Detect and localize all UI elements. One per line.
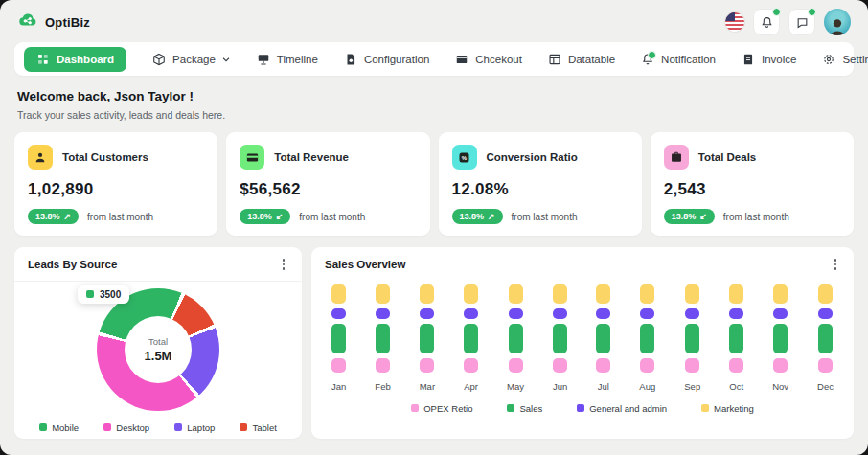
welcome-section: Welcome back, Json Taylor ! Track your s… — [17, 89, 851, 121]
bar-segment-marketing — [464, 284, 478, 304]
stat-card-total-revenue: Total Revenue$56,56213.8%↙from last mont… — [226, 132, 429, 236]
legend-label: Tablet — [252, 422, 276, 433]
legend-swatch — [240, 423, 247, 431]
legend-swatch — [39, 423, 47, 431]
nav-item-invoice[interactable]: Invoice — [742, 53, 796, 66]
legend-label: Desktop — [116, 422, 149, 433]
notification-dot — [772, 8, 781, 16]
nav-items: DashboardPackageTimelineConfigurationChc… — [24, 47, 868, 72]
header-actions — [725, 9, 851, 35]
welcome-subtitle: Track your sales activity, leads and dea… — [17, 109, 851, 121]
bar-column-jan[interactable]: Jan — [331, 284, 346, 392]
language-flag-icon[interactable] — [725, 12, 744, 32]
bar-column-sep[interactable]: Sep — [684, 284, 700, 392]
bar-column-mar[interactable]: Mar — [420, 284, 435, 392]
nav-item-settings[interactable]: Settings — [822, 53, 868, 66]
nav-item-datatable[interactable]: Datatable — [548, 53, 615, 66]
bar-segment-marketing — [553, 284, 567, 304]
stat-note: from last month — [299, 212, 365, 222]
sales-overview-card: Sales Overview JanFebMarAprMayJunJulAugS… — [311, 247, 854, 439]
legend-item-opex-retio[interactable]: OPEX Retio — [411, 403, 472, 414]
donut-tooltip: 3500 — [78, 285, 129, 304]
nav-item-chcekout[interactable]: Chcekout — [455, 53, 522, 66]
nav-item-timeline[interactable]: Timeline — [257, 53, 318, 66]
change-value: 13.8% — [460, 212, 485, 221]
bar-column-aug[interactable]: Aug — [639, 284, 655, 392]
bar-column-may[interactable]: May — [507, 284, 524, 392]
legend-item-marketing[interactable]: Marketing — [701, 403, 754, 414]
bar-column-jul[interactable]: Jul — [596, 284, 610, 392]
legend-item-general-and-admin[interactable]: General and admin — [577, 403, 667, 414]
legend-label: General and admin — [589, 403, 667, 414]
legend-label: Mobile — [52, 422, 79, 433]
stat-note: from last month — [723, 212, 789, 222]
stat-label: Total Deals — [698, 151, 757, 163]
tooltip-swatch — [86, 290, 94, 298]
bar-column-dec[interactable]: Dec — [817, 284, 834, 392]
nav-item-label: Package — [172, 54, 216, 65]
brand[interactable]: OptiBiz — [17, 10, 90, 34]
bar-column-feb[interactable]: Feb — [375, 284, 390, 392]
legend-item-laptop[interactable]: Laptop — [174, 422, 215, 433]
nav-item-label: Datatable — [568, 54, 615, 65]
stat-value: 1,02,890 — [28, 180, 204, 199]
nav-item-configuration[interactable]: Configuration — [344, 53, 429, 66]
notification-dot — [648, 51, 656, 59]
legend-item-sales[interactable]: Sales — [507, 403, 542, 414]
month-label: May — [507, 381, 524, 392]
bar-segment-sales — [773, 324, 788, 353]
stacked-bar-chart[interactable]: JanFebMarAprMayJunJulAugSepOctNovDec — [311, 281, 854, 392]
stat-card-header: %Conversion Ratio — [452, 145, 628, 170]
month-label: Nov — [772, 381, 788, 392]
bar-segment-sales — [376, 324, 390, 353]
bar-segment-opex-retio — [773, 358, 788, 373]
legend-item-mobile[interactable]: Mobile — [39, 422, 79, 433]
donut-center-value: 1.5M — [145, 349, 172, 363]
kebab-menu-icon[interactable] — [831, 257, 841, 272]
notifications-bell-button[interactable] — [753, 9, 780, 35]
nav-item-package[interactable]: Package — [152, 53, 231, 66]
bar-segment-opex-retio — [685, 358, 699, 373]
stat-value: 12.08% — [452, 180, 628, 199]
donut-chart-area: 3500 Total 1.5M MobileDesktopLaptopTable… — [14, 282, 302, 441]
legend-item-tablet[interactable]: Tablet — [240, 422, 276, 433]
nav-item-dashboard[interactable]: Dashboard — [24, 47, 126, 72]
bar-segment-general-and-admin — [331, 308, 346, 319]
bar-column-jun[interactable]: Jun — [553, 284, 567, 392]
messages-button[interactable] — [788, 9, 815, 35]
chat-icon — [796, 16, 809, 29]
stat-card-header: Total Revenue — [240, 145, 416, 170]
stat-value: 2,543 — [664, 180, 840, 199]
month-label: Jul — [598, 381, 609, 392]
month-label: Mar — [420, 381, 435, 392]
bar-segment-marketing — [685, 284, 699, 304]
bar-segment-marketing — [420, 284, 434, 304]
legend-item-desktop[interactable]: Desktop — [103, 422, 149, 433]
bar-segment-general-and-admin — [729, 308, 743, 319]
stat-label: Conversion Ratio — [487, 151, 578, 163]
nav-item-label: Notification — [661, 54, 716, 65]
timeline-icon — [257, 53, 270, 66]
bar-segment-opex-retio — [596, 358, 610, 373]
bar-segment-general-and-admin — [596, 308, 610, 319]
grid-icon — [36, 53, 50, 66]
user-avatar[interactable] — [824, 9, 851, 35]
kebab-menu-icon[interactable] — [279, 257, 289, 272]
month-label: Apr — [464, 381, 478, 392]
message-dot — [808, 8, 816, 16]
bar-segment-opex-retio — [509, 358, 523, 373]
nav-item-notification[interactable]: Notification — [641, 53, 716, 66]
stat-label: Total Revenue — [274, 151, 349, 163]
configuration-icon — [344, 53, 357, 66]
stat-label: Total Customers — [62, 151, 148, 163]
donut-chart[interactable]: Total 1.5M — [97, 288, 219, 411]
stat-card-total-customers: Total Customers1,02,89013.8%↗from last m… — [14, 132, 217, 236]
bar-column-oct[interactable]: Oct — [729, 284, 743, 392]
trend-up-arrow-icon: ↗ — [488, 212, 495, 221]
change-value: 13.8% — [247, 212, 272, 221]
bar-segment-sales — [729, 324, 743, 353]
bar-column-apr[interactable]: Apr — [464, 284, 478, 392]
bar-segment-opex-retio — [376, 358, 390, 373]
stat-footer: 13.8%↗from last month — [452, 209, 628, 224]
bar-column-nov[interactable]: Nov — [772, 284, 788, 392]
